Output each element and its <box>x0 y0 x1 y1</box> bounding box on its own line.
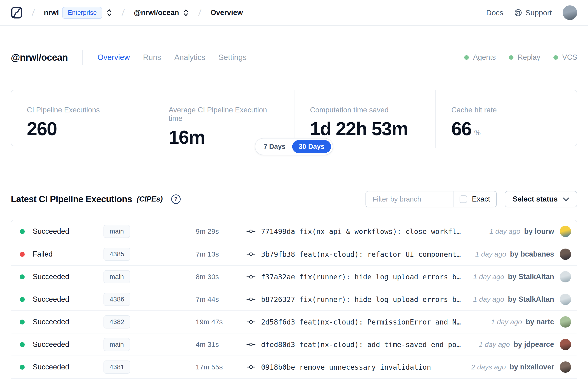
author-avatar <box>560 248 571 260</box>
cipe-author: by StalkAltan <box>508 295 554 304</box>
breadcrumb-separator: / <box>198 8 202 18</box>
status-dot-icon <box>20 229 25 234</box>
help-icon[interactable]: ? <box>171 194 181 204</box>
author-avatar <box>560 271 571 283</box>
tab-overview[interactable]: Overview <box>97 53 130 62</box>
docs-link[interactable]: Docs <box>486 8 503 17</box>
cipe-row[interactable]: Succeeded 4381 17m 55s 0918b0be remove u… <box>11 356 577 378</box>
card-cache-hit-rate: Cache hit rate 66% <box>435 90 577 148</box>
status-dot-icon <box>20 342 25 347</box>
cipe-status: Succeeded <box>33 295 69 304</box>
workspace-tabs: Overview Runs Analytics Settings <box>97 53 247 62</box>
cipe-duration: 19m 47s <box>180 318 241 326</box>
toggle-7-days[interactable]: 7 Days <box>257 140 292 153</box>
support-link[interactable]: Support <box>514 8 552 17</box>
cipe-status: Succeeded <box>33 340 69 349</box>
author-avatar <box>560 226 571 237</box>
cipe-filters: Exact Select status <box>365 191 577 208</box>
cipe-author: by StalkAltan <box>508 272 554 281</box>
branch-badge[interactable]: main <box>103 270 130 283</box>
breadcrumb: / nrwl Enterprise / @nrwl/ocean / Overvi… <box>11 7 243 19</box>
tab-settings[interactable]: Settings <box>219 53 247 62</box>
cipe-duration: 7m 44s <box>180 295 241 303</box>
branch-badge[interactable]: 4385 <box>103 247 130 261</box>
cipe-table-body: Succeeded main 9m 29s 771499da fix(nx-ap… <box>11 220 577 378</box>
cipe-time-ago: 1 day ago <box>490 228 520 235</box>
git-commit-icon <box>246 228 256 234</box>
cipe-row[interactable]: Succeeded 4386 7m 44s b8726327 fix(runne… <box>11 288 577 310</box>
cipe-row[interactable]: Succeeded main 4m 31s dfed80d3 feat(nx-c… <box>11 333 577 356</box>
branch-badge[interactable]: main <box>103 338 130 351</box>
branch-badge[interactable]: main <box>103 225 130 238</box>
exact-checkbox[interactable] <box>460 195 467 203</box>
branch-badge[interactable]: 4381 <box>103 361 130 374</box>
status-dot-icon <box>20 297 25 302</box>
indicator-vcs[interactable]: VCS <box>553 53 577 62</box>
user-avatar[interactable] <box>563 5 577 20</box>
breadcrumb-workspace[interactable]: @nrwl/ocean <box>134 8 179 17</box>
org-switcher-chevrons-icon[interactable] <box>106 8 113 17</box>
indicator-agents[interactable]: Agents <box>464 53 496 62</box>
select-status-button[interactable]: Select status <box>505 191 577 208</box>
tab-runs[interactable]: Runs <box>143 53 161 62</box>
breadcrumb-separator: / <box>121 8 125 18</box>
git-commit-icon <box>246 296 256 303</box>
branch-badge[interactable]: 4382 <box>103 315 130 328</box>
workspace-switcher-chevrons-icon[interactable] <box>183 8 189 17</box>
author-avatar <box>560 294 571 305</box>
card-value: 1d 22h 53m <box>310 118 408 140</box>
exact-label: Exact <box>472 195 490 203</box>
green-dot-icon <box>553 55 558 60</box>
lifebuoy-icon <box>514 9 522 17</box>
cipe-row[interactable]: Failed 4385 7m 13s 3b79fb38 feat(nx-clou… <box>11 243 577 265</box>
author-avatar <box>560 316 571 327</box>
git-commit-icon <box>246 342 256 347</box>
commit-message[interactable]: 0918b0be remove unnecessary invalidation <box>261 363 431 371</box>
commit-message[interactable]: 771499da fix(nx-api & workflows): close … <box>261 228 461 236</box>
cipe-status: Succeeded <box>33 272 69 281</box>
cipe-duration: 8m 30s <box>180 273 241 281</box>
breadcrumb-org[interactable]: nrwl <box>44 8 59 17</box>
indicator-replay[interactable]: Replay <box>509 53 540 62</box>
status-dot-icon <box>20 365 25 370</box>
toggle-30-days[interactable]: 30 Days <box>292 140 331 153</box>
git-commit-icon <box>246 364 256 370</box>
branch-filter-group: Exact <box>365 191 497 208</box>
header-divider <box>82 50 83 65</box>
indicator-label: Agents <box>473 53 496 62</box>
git-commit-icon <box>246 251 256 257</box>
commit-message[interactable]: f37a32ae fix(runner): hide log upload er… <box>261 273 461 281</box>
workspace-header: @nrwl/ocean Overview Runs Analytics Sett… <box>0 47 588 67</box>
nx-cloud-logo-icon[interactable] <box>11 7 23 19</box>
card-ci-pipeline-executions: CI Pipeline Executions 260 <box>11 90 153 148</box>
card-value: 16m <box>169 127 205 148</box>
author-avatar <box>560 361 571 373</box>
exact-checkbox-zone[interactable]: Exact <box>454 191 496 207</box>
status-dot-icon <box>20 252 25 257</box>
commit-message[interactable]: 3b79fb38 feat(nx-cloud): refactor UI com… <box>261 250 461 258</box>
cipe-row[interactable]: Succeeded main 8m 30s f37a32ae fix(runne… <box>11 265 577 288</box>
cipe-row[interactable]: Succeeded main 9m 29s 771499da fix(nx-ap… <box>11 220 577 243</box>
green-dot-icon <box>464 55 469 60</box>
status-indicators: Agents Replay VCS <box>449 51 577 64</box>
indicator-label: VCS <box>562 53 577 62</box>
cipe-time-ago: 2 days ago <box>471 363 506 371</box>
breadcrumb-separator: / <box>32 8 35 18</box>
tab-analytics[interactable]: Analytics <box>174 53 205 62</box>
cipe-time-ago: 1 day ago <box>479 341 510 348</box>
status-dot-icon <box>20 274 25 279</box>
git-commit-icon <box>246 274 256 280</box>
cipe-table: Succeeded main 9m 29s 771499da fix(nx-ap… <box>11 220 577 380</box>
branch-filter-input[interactable] <box>366 191 453 207</box>
chevron-down-icon <box>563 197 569 201</box>
branch-badge[interactable]: 4386 <box>103 293 130 306</box>
breadcrumb-page: Overview <box>210 8 243 17</box>
green-dot-icon <box>509 55 513 60</box>
support-label: Support <box>525 8 552 17</box>
stats-cards-section: CI Pipeline Executions 260 Average CI Pi… <box>11 90 577 146</box>
cipe-row[interactable]: Succeeded 4382 19m 47s 2d58f6d3 feat(nx-… <box>11 310 577 333</box>
commit-message[interactable]: b8726327 fix(runner): hide log upload er… <box>261 295 461 304</box>
commit-message[interactable]: 2d58f6d3 feat(nx-cloud): PermissionError… <box>261 318 461 326</box>
enterprise-badge: Enterprise <box>62 7 102 19</box>
commit-message[interactable]: dfed80d3 feat(nx-cloud): add time-saved … <box>261 341 461 349</box>
